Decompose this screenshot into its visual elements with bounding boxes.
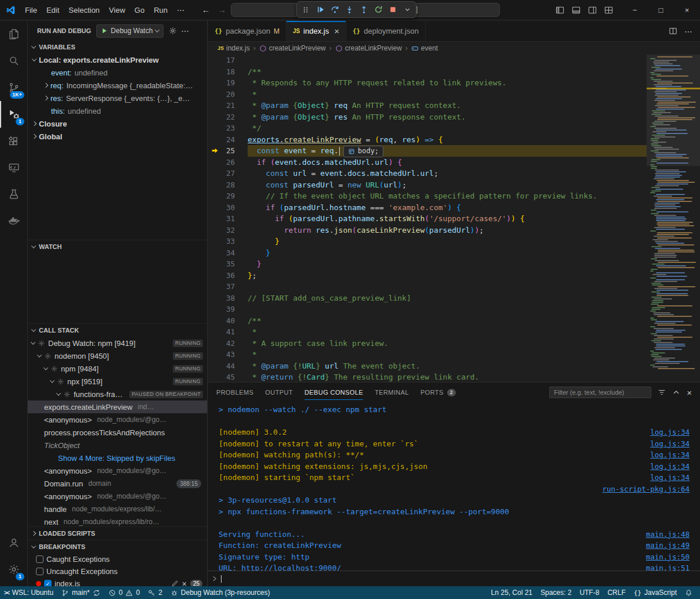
line-number[interactable]: 41	[208, 326, 248, 338]
activity-run-and-debug[interactable]: 1	[0, 101, 27, 128]
activity-settings[interactable]: 1	[0, 556, 27, 583]
code-line[interactable]: /**	[248, 66, 647, 78]
sidebar-more-actions-icon[interactable]: ⋯	[181, 26, 190, 35]
status-language-mode[interactable]: {}JavaScript	[630, 586, 681, 599]
line-number[interactable]: 29	[208, 190, 248, 202]
line-number[interactable]: 26	[208, 157, 248, 168]
line-number[interactable]: 36	[208, 270, 248, 282]
line-number[interactable]: 34	[208, 247, 248, 259]
callstack-session[interactable]: npx [9519]RUNNING	[28, 375, 207, 388]
line-number[interactable]: 18	[208, 66, 248, 78]
debug-settings-gear-icon[interactable]	[169, 27, 177, 35]
code-line[interactable]	[248, 281, 647, 293]
tab-package.json[interactable]: {}package.jsonM	[208, 21, 286, 41]
panel-tab-terminal[interactable]: TERMINAL	[375, 383, 409, 402]
step-over-button[interactable]	[328, 3, 342, 16]
code-line[interactable]: if (event.docs.matchedUrl.url) {	[248, 157, 647, 168]
code-line[interactable]: /**	[248, 315, 647, 327]
menu-selection[interactable]: Selection	[64, 3, 104, 17]
line-number[interactable]: 19	[208, 77, 248, 89]
line-number[interactable]: 32	[208, 225, 248, 236]
line-number[interactable]: 40	[208, 315, 248, 327]
drag-handle-icon[interactable]	[299, 3, 313, 16]
code-line[interactable]: }	[248, 258, 647, 270]
line-number[interactable]: 21	[208, 100, 248, 111]
menu-go[interactable]: Go	[130, 3, 149, 17]
line-number[interactable]: 43	[208, 349, 248, 360]
callstack-session[interactable]: functions-fra…PAUSED ON BREAKPOINT	[28, 388, 207, 400]
menu-view[interactable]: View	[104, 3, 130, 17]
callstack-session[interactable]: Debug Watch: npm [9419]RUNNING	[28, 337, 207, 349]
stop-button[interactable]	[386, 3, 400, 16]
variables-section-header[interactable]: VARIABLES	[28, 41, 207, 53]
debug-launch-dropdown[interactable]: Debug Watch	[96, 24, 164, 38]
line-number[interactable]: 39	[208, 304, 248, 315]
close-panel-icon[interactable]: ×	[687, 388, 692, 398]
code-line[interactable]: const url = event.docs.matchedUrl.url;	[248, 168, 647, 179]
line-number[interactable]: 17	[208, 55, 248, 66]
source-link[interactable]: main.js:51	[646, 564, 690, 571]
panel-tab-debug-console[interactable]: DEBUG CONSOLE	[304, 383, 363, 402]
start-debugging-icon[interactable]	[101, 27, 108, 34]
breakpoint-checkbox[interactable]	[36, 555, 43, 563]
breakpoint-checkbox[interactable]: ✓	[44, 580, 52, 586]
source-link[interactable]: run-script-pkg.js:64	[602, 485, 690, 493]
activity-docker[interactable]	[0, 208, 27, 234]
breadcrumb-item[interactable]: createLinkPreview	[335, 44, 402, 52]
status-eol[interactable]: CRLF	[603, 586, 629, 599]
activity-testing[interactable]	[0, 181, 27, 208]
status-cursor-position[interactable]: Ln 25, Col 21	[487, 586, 536, 599]
source-link[interactable]: main.js:50	[646, 553, 690, 561]
status-problems[interactable]: 00	[104, 586, 144, 599]
maximize-panel-icon[interactable]	[672, 388, 680, 396]
inline-suggestion[interactable]: body;	[343, 146, 383, 157]
remove-breakpoint-icon[interactable]: ×	[182, 580, 187, 587]
continue-button[interactable]	[313, 3, 327, 16]
activity-accounts[interactable]	[0, 529, 27, 556]
activity-source-control[interactable]: 1K+	[0, 74, 27, 101]
step-into-button[interactable]	[342, 3, 356, 16]
breadcrumb-item[interactable]: JSindex.js	[217, 44, 250, 52]
source-link[interactable]: main.js:49	[646, 541, 690, 550]
callstack-frame[interactable]: process.processTicksAndRejections	[28, 426, 207, 439]
minimap-viewport[interactable]	[647, 55, 700, 166]
breakpoint-checkbox[interactable]	[36, 568, 43, 575]
status-keys[interactable]: 2	[144, 586, 166, 599]
code-line[interactable]: const parsedUrl = new URL(url);	[248, 179, 647, 191]
line-number[interactable]: 31	[208, 213, 248, 225]
variable-row[interactable]: Closure	[28, 117, 207, 130]
maximize-button[interactable]: □	[648, 0, 674, 20]
callstack-frame[interactable]: nextnode_modules/express/lib/ro…	[28, 515, 207, 526]
tab-index.js[interactable]: JSindex.js×	[286, 21, 346, 41]
console-filter-input[interactable]	[549, 387, 651, 398]
callstack-frame[interactable]: Domain.rundomain388:15	[28, 477, 207, 490]
code-line[interactable]: // [START add_ons_case_preview_link]	[248, 293, 647, 304]
callstack-session[interactable]: nodemon [9450]RUNNING	[28, 349, 207, 362]
callstack-section-header[interactable]: CALL STACK	[28, 324, 207, 337]
variable-row[interactable]: event:undefined	[28, 66, 207, 79]
code-line[interactable]: * @param {Object} req An HTTP request co…	[248, 100, 647, 111]
source-link[interactable]: main.js:48	[646, 530, 690, 539]
code-line[interactable]: * A support case link preview.	[248, 338, 647, 349]
line-number[interactable]: 24	[208, 134, 248, 146]
code-line[interactable]: * @param {Object} res An HTTP response c…	[248, 111, 647, 123]
breakpoints-section-header[interactable]: BREAKPOINTS	[28, 540, 207, 553]
code-line[interactable]	[248, 304, 647, 315]
code-line[interactable]: }	[248, 247, 647, 259]
code-line[interactable]: if (parsedUrl.hostname === 'example.com'…	[248, 202, 647, 214]
line-number[interactable]: 20	[208, 89, 248, 100]
line-number[interactable]: 25	[208, 145, 248, 157]
panel-tab-ports[interactable]: PORTS2	[420, 383, 456, 402]
line-number[interactable]: 27	[208, 168, 248, 179]
code-line[interactable]: }	[248, 236, 647, 247]
console-input[interactable]	[208, 571, 700, 586]
code-line[interactable]: const event = req.body;	[248, 145, 647, 157]
variable-row[interactable]: Local: exports.createLinkPreview	[28, 53, 207, 66]
activity-extensions[interactable]	[0, 128, 27, 154]
back-arrow-icon[interactable]: ←	[202, 5, 210, 15]
editor-more-actions-icon[interactable]: ⋯	[684, 27, 693, 36]
tab-deployment.json[interactable]: {}deployment.json	[346, 21, 426, 41]
code-line[interactable]: exports.createLinkPreview = (req, res) =…	[248, 134, 647, 146]
variable-row[interactable]: Global	[28, 130, 207, 143]
code-line[interactable]: *	[248, 89, 647, 100]
